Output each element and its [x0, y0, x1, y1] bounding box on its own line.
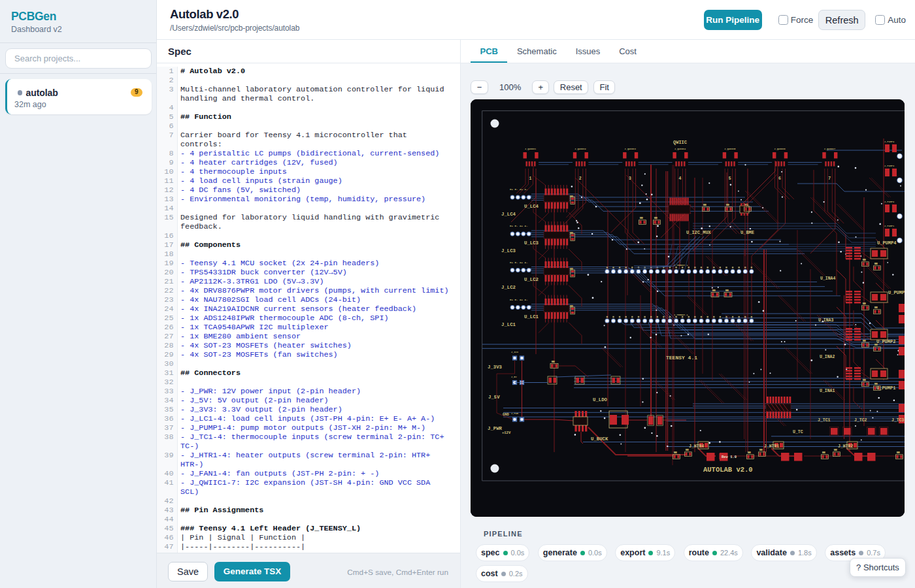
svg-text:U_LC3: U_LC3	[524, 240, 539, 246]
svg-text:J_PWR: J_PWR	[488, 426, 503, 431]
svg-text:U_LDO: U_LDO	[593, 397, 608, 402]
svg-text:███: ███	[897, 451, 900, 453]
svg-text:J_HTR2: J_HTR2	[838, 444, 854, 449]
svg-text:███: ███	[863, 258, 866, 261]
svg-text:███: ███	[874, 262, 878, 265]
svg-text:J_QWIIC5: J_QWIIC5	[724, 148, 735, 150]
svg-text:███: ███	[654, 216, 657, 219]
svg-text:J_HTR4: J_HTR4	[689, 444, 705, 449]
svg-text:U_LC1: U_LC1	[524, 314, 539, 319]
svg-text:U_PUMP2: U_PUMP2	[876, 339, 895, 344]
svg-text:E+ E- A+ A-: E+ E- A+ A-	[510, 261, 528, 264]
svg-text:E+ E- A+ A-: E+ E- A+ A-	[510, 188, 528, 191]
svg-text:J_PUMP4: J_PUMP4	[884, 140, 895, 143]
svg-text:J_QWIIC3: J_QWIIC3	[625, 148, 636, 150]
svg-text:███: ███	[712, 289, 716, 291]
svg-text:J_PUMP1: J_PUMP1	[884, 225, 894, 227]
svg-text:U_TC: U_TC	[793, 430, 803, 434]
svg-text:███: ███	[703, 203, 707, 206]
svg-text:J_QWIIC1: J_QWIIC1	[525, 148, 536, 150]
svg-text:J_QWIIC6: J_QWIIC6	[774, 148, 786, 150]
svg-text:U_LC4: U_LC4	[524, 204, 539, 209]
svg-text:J_3V3: J_3V3	[488, 365, 503, 370]
svg-text:U_BME: U_BME	[740, 230, 754, 235]
svg-text:U_INA2: U_INA2	[820, 355, 835, 359]
svg-text:J_TC2: J_TC2	[854, 418, 867, 423]
svg-text:U_BUCK: U_BUCK	[591, 436, 608, 442]
svg-text:███: ███	[863, 302, 866, 304]
svg-text:J_PUMP3: J_PUMP3	[884, 165, 894, 167]
svg-text:+12V: +12V	[502, 431, 511, 435]
svg-text:J_QWIIC2: J_QWIIC2	[574, 148, 586, 150]
svg-text:E+ E- A+ A-: E+ E- A+ A-	[510, 225, 528, 227]
svg-text:U_PUMP4: U_PUMP4	[877, 240, 896, 246]
svg-text:J_5V: J_5V	[488, 395, 500, 400]
svg-text:███: ███	[726, 203, 729, 206]
svg-text:E+ E- A+ A-: E+ E- A+ A-	[510, 299, 528, 301]
svg-text:J_LC2: J_LC2	[501, 285, 516, 290]
svg-text:███: ███	[570, 195, 573, 197]
svg-text:Rev 1.0: Rev 1.0	[722, 455, 737, 459]
svg-text:███: ███	[874, 306, 878, 308]
svg-text:███: ███	[759, 448, 763, 451]
svg-text:███: ███	[570, 304, 573, 307]
svg-text:U_INA4: U_INA4	[820, 276, 836, 281]
svg-text:███: ███	[725, 289, 729, 291]
svg-text:J_LC3: J_LC3	[501, 248, 516, 253]
svg-text:███: ███	[748, 451, 751, 453]
svg-text:J_TEENSY_L: J_TEENSY_L	[674, 314, 688, 316]
svg-text:J_QWIIC4: J_QWIIC4	[674, 148, 686, 150]
svg-text:U_LC2: U_LC2	[524, 277, 539, 282]
svg-text:███: ███	[640, 216, 643, 219]
svg-text:███: ███	[674, 451, 677, 453]
svg-text:4: 4	[678, 176, 681, 181]
svg-text:U_PUMP3: U_PUMP3	[888, 290, 905, 295]
svg-text:J_3V3: J_3V3	[511, 351, 518, 353]
svg-text:J_PWR: J_PWR	[511, 412, 519, 415]
svg-text:███: ███	[570, 231, 573, 234]
svg-text:J_PUMP2: J_PUMP2	[884, 201, 894, 203]
svg-text:5: 5	[729, 176, 731, 181]
svg-text:J_5V: J_5V	[511, 376, 517, 378]
svg-text:J_LC1: J_LC1	[501, 322, 516, 327]
svg-text:TEENSY 4.1: TEENSY 4.1	[666, 355, 697, 361]
svg-text:J_HTR1: J_HTR1	[764, 444, 780, 449]
svg-text:2: 2	[579, 176, 582, 181]
svg-text:███: ███	[552, 360, 555, 363]
svg-text:AUTOLAB v2.0: AUTOLAB v2.0	[703, 466, 753, 474]
svg-text:U_INA1: U_INA1	[820, 389, 835, 393]
svg-text:J_QWIIC7: J_QWIIC7	[824, 148, 835, 150]
svg-text:███: ███	[834, 448, 837, 451]
svg-text:QWIIC: QWIIC	[673, 140, 687, 145]
svg-text:7: 7	[828, 176, 831, 181]
svg-text:1: 1	[529, 176, 532, 181]
svg-text:J_LC4: J_LC4	[501, 212, 516, 217]
svg-text:███: ███	[570, 267, 573, 270]
svg-text:███: ███	[874, 382, 878, 385]
svg-text:U_PUMP1: U_PUMP1	[876, 385, 895, 391]
svg-text:U_I2C_MUX: U_I2C_MUX	[686, 230, 712, 235]
svg-text:U_INA3: U_INA3	[818, 318, 834, 323]
svg-text:███: ███	[863, 378, 866, 381]
svg-text:███: ███	[822, 451, 825, 453]
svg-text:███: ███	[863, 339, 866, 342]
svg-text:3: 3	[629, 176, 631, 181]
svg-text:6: 6	[778, 176, 781, 181]
svg-text:J_TC3: J_TC3	[891, 418, 905, 423]
svg-text:J_TC1: J_TC1	[818, 418, 831, 423]
